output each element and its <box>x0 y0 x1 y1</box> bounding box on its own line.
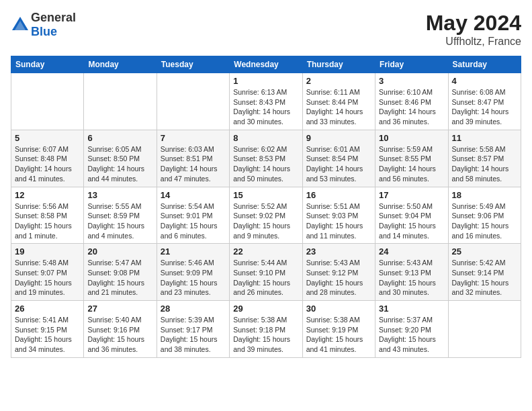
calendar-cell: 3Sunrise: 6:10 AM Sunset: 8:46 PM Daylig… <box>375 73 448 130</box>
calendar-cell: 24Sunrise: 5:43 AM Sunset: 9:13 PM Dayli… <box>375 244 448 301</box>
calendar-cell: 26Sunrise: 5:41 AM Sunset: 9:15 PM Dayli… <box>11 301 84 358</box>
day-number: 2 <box>306 76 371 86</box>
calendar-cell: 8Sunrise: 6:02 AM Sunset: 8:53 PM Daylig… <box>230 130 302 187</box>
calendar-cell: 23Sunrise: 5:43 AM Sunset: 9:12 PM Dayli… <box>302 244 375 301</box>
day-number: 19 <box>15 246 80 257</box>
day-info: Sunrise: 6:07 AM Sunset: 8:48 PM Dayligh… <box>15 144 80 184</box>
calendar-cell: 29Sunrise: 5:38 AM Sunset: 9:18 PM Dayli… <box>230 301 302 358</box>
day-info: Sunrise: 5:41 AM Sunset: 9:15 PM Dayligh… <box>15 315 80 355</box>
day-number: 6 <box>87 133 152 143</box>
day-info: Sunrise: 5:48 AM Sunset: 9:07 PM Dayligh… <box>15 258 80 298</box>
calendar-cell: 20Sunrise: 5:47 AM Sunset: 9:08 PM Dayli… <box>84 244 157 301</box>
calendar-cell <box>84 73 157 130</box>
day-info: Sunrise: 5:38 AM Sunset: 9:19 PM Dayligh… <box>306 315 371 355</box>
day-number: 15 <box>233 190 298 200</box>
calendar-cell: 19Sunrise: 5:48 AM Sunset: 9:07 PM Dayli… <box>11 244 84 301</box>
day-number: 10 <box>379 133 444 143</box>
day-info: Sunrise: 6:01 AM Sunset: 8:54 PM Dayligh… <box>306 144 371 184</box>
day-number: 24 <box>379 246 444 257</box>
calendar-cell: 2Sunrise: 6:11 AM Sunset: 8:44 PM Daylig… <box>302 73 375 130</box>
logo: General Blue <box>11 11 76 39</box>
calendar-cell: 13Sunrise: 5:55 AM Sunset: 8:59 PM Dayli… <box>84 187 157 244</box>
day-info: Sunrise: 5:43 AM Sunset: 9:12 PM Dayligh… <box>306 258 371 298</box>
day-info: Sunrise: 5:52 AM Sunset: 9:02 PM Dayligh… <box>233 201 298 241</box>
calendar-week-1: 1Sunrise: 6:13 AM Sunset: 8:43 PM Daylig… <box>11 73 521 130</box>
calendar-cell: 15Sunrise: 5:52 AM Sunset: 9:02 PM Dayli… <box>230 187 302 244</box>
weekday-monday: Monday <box>84 56 157 73</box>
weekday-tuesday: Tuesday <box>157 56 229 73</box>
day-info: Sunrise: 6:03 AM Sunset: 8:51 PM Dayligh… <box>161 144 226 184</box>
weekday-saturday: Saturday <box>448 56 521 73</box>
day-number: 14 <box>161 190 226 200</box>
day-number: 27 <box>87 304 152 314</box>
day-info: Sunrise: 5:51 AM Sunset: 9:03 PM Dayligh… <box>306 201 371 241</box>
calendar-week-5: 26Sunrise: 5:41 AM Sunset: 9:15 PM Dayli… <box>11 301 521 358</box>
day-number: 29 <box>233 304 298 314</box>
logo-text-general: General <box>31 11 76 24</box>
calendar-cell: 21Sunrise: 5:46 AM Sunset: 9:09 PM Dayli… <box>157 244 229 301</box>
day-number: 5 <box>15 133 80 143</box>
calendar-cell: 18Sunrise: 5:49 AM Sunset: 9:06 PM Dayli… <box>448 187 521 244</box>
calendar-cell: 30Sunrise: 5:38 AM Sunset: 9:19 PM Dayli… <box>302 301 375 358</box>
day-info: Sunrise: 5:49 AM Sunset: 9:06 PM Dayligh… <box>452 201 517 241</box>
day-info: Sunrise: 6:11 AM Sunset: 8:44 PM Dayligh… <box>306 87 371 127</box>
day-info: Sunrise: 5:44 AM Sunset: 9:10 PM Dayligh… <box>233 258 298 298</box>
day-info: Sunrise: 5:43 AM Sunset: 9:13 PM Dayligh… <box>379 258 444 298</box>
calendar-table: SundayMondayTuesdayWednesdayThursdayFrid… <box>11 56 521 358</box>
day-number: 16 <box>306 190 371 200</box>
day-info: Sunrise: 5:42 AM Sunset: 9:14 PM Dayligh… <box>452 258 517 298</box>
calendar-cell: 4Sunrise: 6:08 AM Sunset: 8:47 PM Daylig… <box>448 73 521 130</box>
day-info: Sunrise: 5:40 AM Sunset: 9:16 PM Dayligh… <box>87 315 152 355</box>
day-number: 28 <box>161 304 226 314</box>
calendar-cell: 28Sunrise: 5:39 AM Sunset: 9:17 PM Dayli… <box>157 301 229 358</box>
day-number: 31 <box>379 304 444 314</box>
calendar-cell <box>157 73 229 130</box>
page-header: General Blue May 2024 Uffholtz, France <box>11 11 521 48</box>
calendar-cell: 14Sunrise: 5:54 AM Sunset: 9:01 PM Dayli… <box>157 187 229 244</box>
day-info: Sunrise: 5:50 AM Sunset: 9:04 PM Dayligh… <box>379 201 444 241</box>
calendar-body: 1Sunrise: 6:13 AM Sunset: 8:43 PM Daylig… <box>11 73 521 358</box>
day-number: 18 <box>452 190 517 200</box>
day-number: 26 <box>15 304 80 314</box>
calendar-cell: 10Sunrise: 5:59 AM Sunset: 8:55 PM Dayli… <box>375 130 448 187</box>
day-info: Sunrise: 6:08 AM Sunset: 8:47 PM Dayligh… <box>452 87 517 127</box>
weekday-sunday: Sunday <box>11 56 84 73</box>
day-number: 30 <box>306 304 371 314</box>
day-number: 17 <box>379 190 444 200</box>
logo-icon <box>11 15 30 34</box>
day-info: Sunrise: 6:05 AM Sunset: 8:50 PM Dayligh… <box>87 144 152 184</box>
day-info: Sunrise: 6:10 AM Sunset: 8:46 PM Dayligh… <box>379 87 444 127</box>
calendar-cell <box>11 73 84 130</box>
calendar-cell: 5Sunrise: 6:07 AM Sunset: 8:48 PM Daylig… <box>11 130 84 187</box>
day-number: 7 <box>161 133 226 143</box>
calendar-cell: 9Sunrise: 6:01 AM Sunset: 8:54 PM Daylig… <box>302 130 375 187</box>
calendar-cell: 17Sunrise: 5:50 AM Sunset: 9:04 PM Dayli… <box>375 187 448 244</box>
day-info: Sunrise: 5:54 AM Sunset: 9:01 PM Dayligh… <box>161 201 226 241</box>
day-info: Sunrise: 6:02 AM Sunset: 8:53 PM Dayligh… <box>233 144 298 184</box>
day-number: 22 <box>233 246 298 257</box>
day-number: 9 <box>306 133 371 143</box>
day-number: 20 <box>87 246 152 257</box>
calendar-cell: 22Sunrise: 5:44 AM Sunset: 9:10 PM Dayli… <box>230 244 302 301</box>
day-info: Sunrise: 5:46 AM Sunset: 9:09 PM Dayligh… <box>161 258 226 298</box>
title-block: May 2024 Uffholtz, France <box>426 11 521 48</box>
day-info: Sunrise: 5:59 AM Sunset: 8:55 PM Dayligh… <box>379 144 444 184</box>
calendar-cell: 1Sunrise: 6:13 AM Sunset: 8:43 PM Daylig… <box>230 73 302 130</box>
calendar-week-4: 19Sunrise: 5:48 AM Sunset: 9:07 PM Dayli… <box>11 244 521 301</box>
weekday-thursday: Thursday <box>302 56 375 73</box>
calendar-cell: 6Sunrise: 6:05 AM Sunset: 8:50 PM Daylig… <box>84 130 157 187</box>
weekday-header-row: SundayMondayTuesdayWednesdayThursdayFrid… <box>11 56 521 73</box>
day-info: Sunrise: 5:55 AM Sunset: 8:59 PM Dayligh… <box>87 201 152 241</box>
weekday-friday: Friday <box>375 56 448 73</box>
calendar-title: May 2024 <box>426 11 521 36</box>
calendar-cell: 31Sunrise: 5:37 AM Sunset: 9:20 PM Dayli… <box>375 301 448 358</box>
calendar-week-3: 12Sunrise: 5:56 AM Sunset: 8:58 PM Dayli… <box>11 187 521 244</box>
day-number: 3 <box>379 76 444 86</box>
calendar-cell: 25Sunrise: 5:42 AM Sunset: 9:14 PM Dayli… <box>448 244 521 301</box>
calendar-cell: 7Sunrise: 6:03 AM Sunset: 8:51 PM Daylig… <box>157 130 229 187</box>
day-info: Sunrise: 5:39 AM Sunset: 9:17 PM Dayligh… <box>161 315 226 355</box>
calendar-location: Uffholtz, France <box>426 36 521 48</box>
calendar-cell: 16Sunrise: 5:51 AM Sunset: 9:03 PM Dayli… <box>302 187 375 244</box>
day-number: 25 <box>452 246 517 257</box>
day-number: 13 <box>87 190 152 200</box>
